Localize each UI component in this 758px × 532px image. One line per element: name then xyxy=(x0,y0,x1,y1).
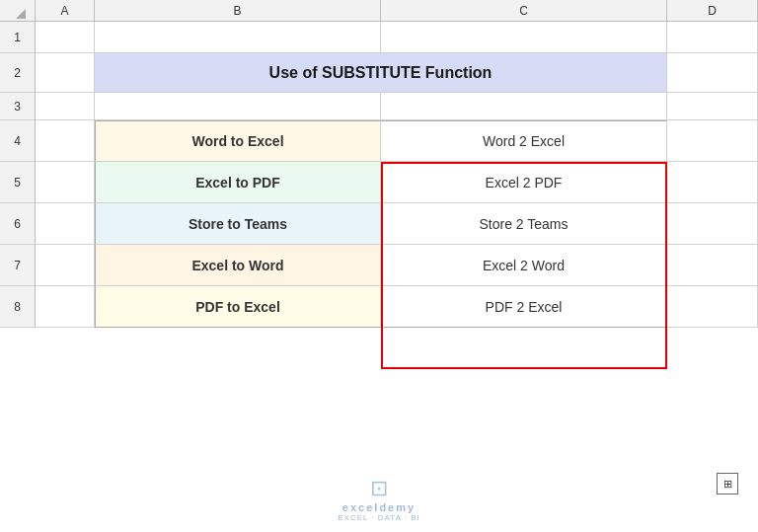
grid-row-3 xyxy=(36,93,758,120)
watermark-text: exceldemy xyxy=(342,501,416,513)
col-header-a[interactable]: A xyxy=(36,0,95,21)
grid-row-4: Word to Excel Word 2 Excel xyxy=(36,120,758,162)
cell-a3[interactable] xyxy=(36,93,95,120)
quick-analysis-icon: ⊞ xyxy=(723,478,732,491)
cell-d2[interactable] xyxy=(667,53,758,93)
row-header-2[interactable]: 2 xyxy=(0,53,36,93)
cell-b5[interactable]: Excel to PDF xyxy=(95,162,381,203)
cell-a7[interactable] xyxy=(36,245,95,286)
quick-analysis-button[interactable]: ⊞ xyxy=(717,473,738,494)
cell-b8-text: PDF to Excel xyxy=(195,299,280,315)
row-header-6[interactable]: 6 xyxy=(0,203,36,245)
cell-c6-text: Store 2 Teams xyxy=(479,216,568,232)
row-header-5[interactable]: 5 xyxy=(0,162,36,203)
spreadsheet: A B C D 1 2 3 4 5 6 7 8 xyxy=(0,0,758,532)
cell-b5-text: Excel to PDF xyxy=(195,175,280,190)
cell-c6[interactable]: Store 2 Teams xyxy=(381,203,667,245)
cell-b2-title[interactable]: Use of SUBSTITUTE Function xyxy=(95,53,667,93)
grid-row-7: Excel to Word Excel 2 Word xyxy=(36,245,758,286)
cell-a2[interactable] xyxy=(36,53,95,93)
cell-b7-text: Excel to Word xyxy=(191,258,283,273)
cell-d1[interactable] xyxy=(667,22,758,53)
col-header-d[interactable]: D xyxy=(667,0,758,21)
cell-c5[interactable]: Excel 2 PDF xyxy=(381,162,667,203)
watermark-icon: ⊡ xyxy=(370,476,388,501)
col-header-b[interactable]: B xyxy=(95,0,381,21)
cell-d8[interactable] xyxy=(667,286,758,328)
cell-d4[interactable] xyxy=(667,120,758,162)
cell-d7[interactable] xyxy=(667,245,758,286)
grid-row-extra xyxy=(36,328,758,407)
grid-row-8: PDF to Excel PDF 2 Excel xyxy=(36,286,758,328)
corner-triangle-icon xyxy=(16,9,26,19)
row-header-8[interactable]: 8 xyxy=(0,286,36,328)
cell-b6[interactable]: Store to Teams xyxy=(95,203,381,245)
grid-row-1 xyxy=(36,22,758,53)
cell-b-extra[interactable] xyxy=(95,328,381,407)
cell-c7[interactable]: Excel 2 Word xyxy=(381,245,667,286)
cell-b3[interactable] xyxy=(95,93,381,120)
cell-d6[interactable] xyxy=(667,203,758,245)
cell-c1[interactable] xyxy=(381,22,667,53)
row-header-4[interactable]: 4 xyxy=(0,120,36,162)
cell-b8[interactable]: PDF to Excel xyxy=(95,286,381,328)
cell-b7[interactable]: Excel to Word xyxy=(95,245,381,286)
cell-b1[interactable] xyxy=(95,22,381,53)
cell-c-extra[interactable] xyxy=(381,328,667,407)
cell-b4-text: Word to Excel xyxy=(191,133,283,149)
grid-main: 1 2 3 4 5 6 7 8 Use of SUBSTITUTE Functi… xyxy=(0,22,758,532)
cell-c3[interactable] xyxy=(381,93,667,120)
cell-c8-text: PDF 2 Excel xyxy=(486,299,563,315)
watermark-sub: EXCEL · DATA · BI xyxy=(338,513,420,522)
title-text: Use of SUBSTITUTE Function xyxy=(269,64,493,82)
grid: Use of SUBSTITUTE Function Word to Excel… xyxy=(36,22,758,532)
row-header-7[interactable]: 7 xyxy=(0,245,36,286)
cell-b4[interactable]: Word to Excel xyxy=(95,120,381,162)
grid-row-5: Excel to PDF Excel 2 PDF xyxy=(36,162,758,203)
cell-a-extra[interactable] xyxy=(36,328,95,407)
grid-row-6: Store to Teams Store 2 Teams xyxy=(36,203,758,245)
corner-cell xyxy=(0,0,36,22)
grid-row-2: Use of SUBSTITUTE Function xyxy=(36,53,758,93)
col-header-c[interactable]: C xyxy=(381,0,667,21)
cell-a4[interactable] xyxy=(36,120,95,162)
cell-a1[interactable] xyxy=(36,22,95,53)
column-headers: A B C D xyxy=(0,0,758,22)
row-headers: 1 2 3 4 5 6 7 8 xyxy=(0,22,36,532)
cell-b6-text: Store to Teams xyxy=(189,216,287,232)
cell-c8[interactable]: PDF 2 Excel xyxy=(381,286,667,328)
cell-d5[interactable] xyxy=(667,162,758,203)
row-header-1[interactable]: 1 xyxy=(0,22,36,53)
cell-c4[interactable]: Word 2 Excel xyxy=(381,120,667,162)
cell-c7-text: Excel 2 Word xyxy=(483,258,565,273)
cell-a5[interactable] xyxy=(36,162,95,203)
row-header-3[interactable]: 3 xyxy=(0,93,36,120)
cell-d-extra[interactable] xyxy=(667,328,758,407)
cell-d3[interactable] xyxy=(667,93,758,120)
cell-a8[interactable] xyxy=(36,286,95,328)
cell-c5-text: Excel 2 PDF xyxy=(486,175,563,190)
cell-a6[interactable] xyxy=(36,203,95,245)
watermark: ⊡ exceldemy EXCEL · DATA · BI xyxy=(338,476,420,522)
cell-c4-text: Word 2 Excel xyxy=(483,133,565,149)
